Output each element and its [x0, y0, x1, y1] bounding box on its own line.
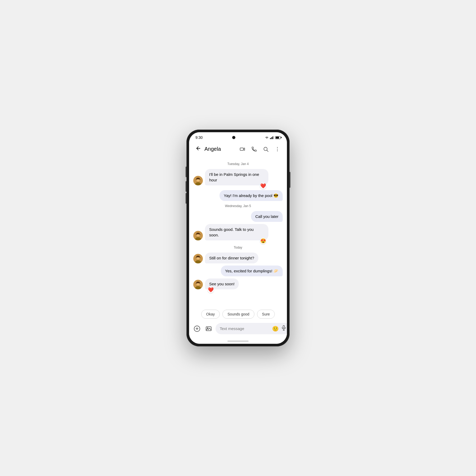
- quick-reply-okay[interactable]: Okay: [201, 310, 220, 319]
- status-bar: 9:30: [189, 132, 287, 141]
- message-reaction: ❤️: [208, 287, 214, 293]
- quick-replies: Okay Sounds good Sure: [189, 308, 287, 321]
- svg-rect-32: [196, 283, 196, 284]
- avatar: [193, 254, 203, 263]
- message-row: Sounds good. Talk to you soon. 😍: [193, 224, 283, 240]
- message-input[interactable]: [220, 326, 270, 331]
- mic-button[interactable]: [281, 325, 287, 332]
- date-divider-today: Today: [193, 246, 283, 249]
- message-bubble: I'll be in Palm Springs in one hour: [205, 169, 268, 185]
- message-bubble: Sounds good. Talk to you soon.: [205, 224, 268, 240]
- emoji-button[interactable]: 🙂: [272, 326, 279, 332]
- svg-point-8: [277, 149, 278, 149]
- message-bubble: Yes, excited for dumplings! 🥟: [221, 266, 283, 276]
- message-row: See you soon! ❤️: [193, 278, 283, 289]
- search-button[interactable]: [260, 144, 271, 154]
- message-row: Yes, excited for dumplings! 🥟: [193, 266, 283, 276]
- svg-point-38: [207, 327, 208, 328]
- more-options-button[interactable]: [272, 144, 283, 154]
- quick-reply-sounds-good[interactable]: Sounds good: [222, 310, 254, 319]
- svg-rect-3: [274, 136, 274, 139]
- svg-rect-0: [270, 138, 271, 139]
- svg-rect-21: [200, 234, 200, 235]
- message-row: Call you later: [193, 211, 283, 222]
- back-button[interactable]: [193, 143, 203, 155]
- svg-point-9: [277, 150, 278, 151]
- messages-area: Tuesday, Jan 4: [189, 157, 287, 308]
- wifi-icon: [265, 136, 269, 139]
- svg-rect-2: [272, 136, 273, 139]
- svg-line-6: [267, 150, 268, 152]
- message-bubble: Yay! I'm already by the pool 😎: [219, 190, 283, 201]
- video-call-button[interactable]: [237, 144, 248, 154]
- message-bubble: Still on for dinner tonight?: [205, 253, 258, 263]
- app-bar-actions: [237, 144, 283, 154]
- message-reaction: ❤️: [260, 183, 266, 189]
- voice-call-button[interactable]: [249, 144, 259, 154]
- svg-rect-15: [200, 179, 200, 180]
- svg-rect-33: [200, 283, 200, 284]
- input-area: 🙂: [189, 321, 287, 338]
- home-bar: [227, 341, 249, 342]
- message-reaction: 😍: [260, 238, 266, 244]
- quick-reply-sure[interactable]: Sure: [257, 310, 275, 319]
- svg-rect-4: [240, 148, 244, 150]
- svg-rect-39: [283, 326, 285, 328]
- svg-rect-1: [271, 137, 272, 139]
- media-button[interactable]: [204, 324, 213, 333]
- message-row: I'll be in Palm Springs in one hour ❤️: [193, 169, 283, 185]
- svg-rect-14: [196, 179, 196, 180]
- message-bubble: Call you later: [251, 211, 283, 222]
- status-icons: [265, 136, 281, 139]
- message-input-wrapper: 🙂: [216, 323, 287, 334]
- phone-device: 9:30: [186, 130, 290, 346]
- app-bar: Angela: [189, 141, 287, 157]
- status-time: 9:30: [195, 135, 203, 140]
- date-divider-tuesday: Tuesday, Jan 4: [193, 162, 283, 166]
- date-divider-wednesday: Wednesday, Jan 5: [193, 204, 283, 208]
- svg-rect-37: [206, 327, 211, 331]
- battery-icon: [275, 136, 281, 139]
- contact-name: Angela: [204, 146, 237, 152]
- svg-rect-27: [200, 257, 200, 258]
- avatar: [193, 231, 203, 240]
- svg-rect-20: [196, 234, 196, 235]
- avatar: [193, 280, 203, 289]
- svg-rect-26: [196, 257, 196, 258]
- message-row: Still on for dinner tonight?: [193, 253, 283, 263]
- message-row: Yay! I'm already by the pool 😎: [193, 190, 283, 201]
- camera-cutout: [232, 136, 235, 139]
- signal-icon: [270, 136, 274, 139]
- avatar: [193, 176, 203, 185]
- add-button[interactable]: [192, 324, 202, 333]
- svg-point-7: [277, 147, 278, 148]
- home-indicator: [189, 338, 287, 344]
- phone-screen: 9:30: [189, 132, 287, 344]
